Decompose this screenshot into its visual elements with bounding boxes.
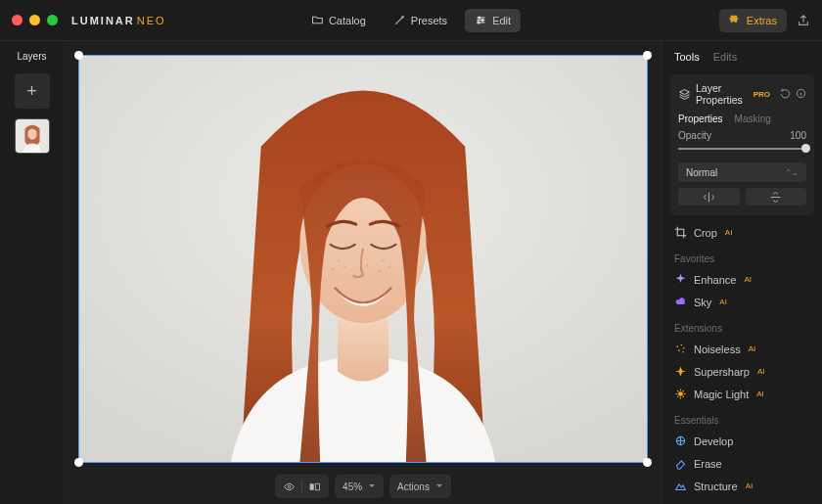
magic-light-label: Magic Light [694, 389, 749, 400]
blend-mode-value: Normal [686, 167, 717, 178]
right-panel-tabs: Tools Edits [662, 41, 822, 69]
layer-properties-header[interactable]: Layer Properties PRO [678, 82, 806, 106]
close-window-button[interactable] [12, 15, 23, 25]
svg-rect-17 [310, 483, 314, 490]
add-layer-button[interactable]: + [15, 73, 50, 109]
structure-label: Structure [694, 481, 738, 492]
light-icon [674, 388, 687, 400]
opacity-label: Opacity [678, 130, 711, 141]
masking-subtab[interactable]: Masking [735, 114, 771, 124]
opacity-slider[interactable] [678, 143, 806, 155]
noise-icon [674, 343, 687, 355]
ai-badge: AI [725, 228, 733, 237]
minimize-window-button[interactable] [29, 15, 40, 25]
ai-badge: AI [756, 389, 764, 398]
ai-badge: AI [719, 298, 727, 306]
opacity-row: Opacity 100 [678, 130, 806, 141]
eraser-icon [674, 457, 687, 470]
svg-point-20 [676, 345, 678, 347]
extras-button[interactable]: Extras [719, 9, 787, 32]
sky-tool[interactable]: Sky AI [662, 291, 822, 313]
info-icon[interactable] [796, 88, 806, 101]
folder-icon [311, 14, 324, 26]
enhance-tool[interactable]: Enhance AI [662, 268, 822, 291]
structure-icon [674, 480, 687, 492]
flip-horizontal-button[interactable] [678, 188, 740, 206]
app-window: LUMINAR NEO Catalog Presets Edit [0, 0, 822, 504]
maximize-window-button[interactable] [47, 15, 58, 25]
flip-horizontal-icon [703, 191, 715, 204]
compare-toggle[interactable] [308, 481, 321, 493]
ai-badge: AI [749, 344, 756, 353]
svg-point-0 [479, 17, 480, 19]
pro-badge: PRO [754, 90, 770, 99]
separator [301, 480, 302, 493]
resize-handle-bottom-right[interactable] [643, 458, 652, 467]
presets-tab[interactable]: Presets [384, 9, 457, 32]
eye-icon [283, 481, 296, 493]
noiseless-label: Noiseless [694, 344, 741, 355]
right-panel: Tools Edits Layer Properties PRO Propert… [662, 41, 822, 504]
svg-point-1 [481, 19, 483, 21]
titlebar-right: Extras [719, 9, 810, 32]
structure-tool[interactable]: Structure AI [662, 475, 822, 497]
plus-icon: + [26, 81, 37, 102]
resize-handle-top-left[interactable] [74, 51, 83, 60]
crop-tool[interactable]: Crop AI [662, 221, 822, 244]
svg-rect-18 [315, 483, 319, 490]
sharp-icon [674, 365, 687, 378]
ai-badge: AI [757, 367, 765, 376]
develop-tool[interactable]: Develop [662, 430, 822, 452]
erase-tool[interactable]: Erase [662, 452, 822, 475]
actions-label: Actions [397, 481, 430, 492]
layer-properties-panel: Layer Properties PRO Properties Masking … [670, 74, 814, 215]
wand-icon [393, 14, 406, 26]
supersharp-label: Supersharp [694, 366, 750, 378]
compare-icon [308, 481, 321, 493]
puzzle-icon [729, 14, 742, 26]
tools-tab[interactable]: Tools [674, 51, 700, 63]
app-brand: LUMINAR NEO [71, 15, 166, 26]
canvas[interactable] [78, 55, 648, 463]
properties-subtab[interactable]: Properties [678, 114, 723, 124]
share-icon[interactable] [797, 14, 810, 27]
svg-point-16 [288, 485, 291, 488]
noiseless-tool[interactable]: Noiseless AI [662, 338, 822, 360]
color-tool[interactable]: Color [662, 497, 822, 504]
catalog-tab[interactable]: Catalog [301, 9, 376, 32]
actions-dropdown[interactable]: Actions [389, 475, 451, 498]
zoom-dropdown[interactable]: 45% [335, 475, 384, 498]
svg-point-22 [683, 347, 685, 349]
layers-panel-title: Layers [17, 51, 46, 62]
selection-frame[interactable] [78, 55, 648, 463]
magic-light-tool[interactable]: Magic Light AI [662, 383, 822, 405]
flip-controls [678, 188, 806, 206]
edits-tab[interactable]: Edits [713, 51, 737, 63]
blend-mode-dropdown[interactable]: Normal ⌃⌄ [678, 162, 806, 182]
crop-label: Crop [694, 227, 717, 239]
zoom-value: 45% [342, 481, 362, 492]
resize-handle-bottom-left[interactable] [74, 458, 83, 467]
app-body: Layers + [0, 41, 822, 504]
svg-point-25 [679, 392, 683, 396]
flip-vertical-button[interactable] [746, 188, 807, 206]
svg-point-24 [682, 351, 684, 353]
chevron-up-down-icon: ⌃⌄ [785, 168, 799, 177]
layer-thumbnail[interactable] [15, 118, 50, 154]
reset-icon[interactable] [780, 88, 791, 101]
opacity-value: 100 [790, 130, 806, 141]
svg-point-21 [681, 344, 683, 346]
edit-tab[interactable]: Edit [465, 9, 521, 32]
titlebar: LUMINAR NEO Catalog Presets Edit [0, 0, 822, 41]
slider-knob[interactable] [801, 144, 810, 153]
svg-point-23 [678, 349, 680, 351]
sparkle-icon [674, 273, 687, 286]
canvas-area: 45% Actions [65, 41, 662, 504]
edit-tab-label: Edit [492, 15, 511, 26]
supersharp-tool[interactable]: Supersharp AI [662, 360, 822, 383]
layers-icon [678, 88, 691, 101]
window-controls [12, 15, 58, 25]
resize-handle-top-right[interactable] [643, 51, 652, 60]
visibility-toggle[interactable] [283, 481, 296, 493]
sliders-icon [475, 14, 487, 26]
